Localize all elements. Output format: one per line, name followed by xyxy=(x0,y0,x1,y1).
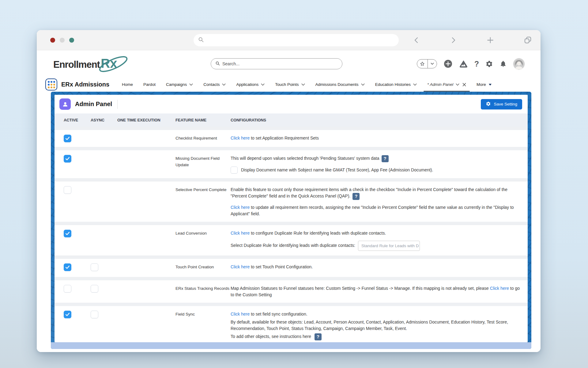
nav-tab-pardot[interactable]: Pardot xyxy=(138,77,161,92)
active-cell xyxy=(64,263,91,271)
config-text: Enable this feature to count only those … xyxy=(231,187,507,198)
global-search-input[interactable] xyxy=(222,61,338,66)
async-checkbox[interactable] xyxy=(91,311,98,318)
async-checkbox[interactable] xyxy=(91,263,98,271)
config-text: This will depend upon values selected th… xyxy=(231,156,379,161)
active-checkbox[interactable] xyxy=(64,263,71,271)
tab-overview-icon[interactable] xyxy=(524,36,532,44)
save-setting-label: Save Setting xyxy=(494,102,517,106)
waffle-dot xyxy=(51,84,52,86)
nav-tab-applications[interactable]: Applications xyxy=(231,77,270,92)
close-window-button[interactable] xyxy=(50,38,55,43)
active-cell xyxy=(64,186,91,195)
column-header-feature-name: FEATURE NAME xyxy=(175,118,231,122)
global-search-box[interactable] xyxy=(211,58,342,69)
favorites-star-icon[interactable] xyxy=(417,59,428,68)
table-row-missing-document-field-update: Missing Document Field UpdateThis will d… xyxy=(55,150,528,178)
tab-label: Home xyxy=(122,82,133,87)
tab-label: Contacts xyxy=(203,82,220,87)
waffle-dot xyxy=(51,86,52,88)
chevron-down-icon[interactable] xyxy=(189,83,193,86)
window-controls xyxy=(50,38,74,43)
back-icon[interactable] xyxy=(413,36,420,44)
chevron-down-icon[interactable] xyxy=(222,83,226,86)
zoom-window-button[interactable] xyxy=(69,38,74,43)
logo-text: Enrollment xyxy=(53,59,100,70)
forward-icon[interactable] xyxy=(450,36,457,44)
tab-label: Admissions Documents xyxy=(315,82,359,87)
table-row-selective-percent-complete: Selective Percent CompleteEnable this fe… xyxy=(55,182,528,222)
nav-tab-admissions-documents[interactable]: Admissions Documents xyxy=(310,77,370,92)
active-checkbox[interactable] xyxy=(64,285,71,293)
save-setting-button[interactable]: Save Setting xyxy=(481,99,522,109)
address-input[interactable] xyxy=(206,38,394,43)
option-checkbox[interactable] xyxy=(231,167,238,174)
chevron-down-icon[interactable] xyxy=(413,83,417,86)
feature-name: ERx Status Tracking Records xyxy=(175,285,231,292)
nav-tab-contacts[interactable]: Contacts xyxy=(198,77,231,92)
chevron-down-icon[interactable] xyxy=(301,83,305,86)
config-link[interactable]: Click here xyxy=(490,286,509,291)
waffle-dots xyxy=(48,81,55,88)
active-checkbox[interactable] xyxy=(64,311,71,318)
nav-tab-campaigns[interactable]: Campaigns xyxy=(161,77,198,92)
nav-tab-more[interactable]: More xyxy=(471,77,497,92)
config-text: To add other objects, see instructions h… xyxy=(231,334,312,339)
help-icon[interactable]: ? xyxy=(474,60,479,68)
active-checkbox[interactable] xyxy=(64,186,71,194)
active-checkbox[interactable] xyxy=(64,155,71,163)
save-gear-icon xyxy=(486,101,491,107)
config-line: Enable this feature to count only those … xyxy=(231,186,520,200)
favorites-control xyxy=(417,59,437,68)
app-launcher-icon[interactable] xyxy=(45,79,57,90)
config-link[interactable]: Click here xyxy=(231,136,250,140)
config-line: By default, available for these objects:… xyxy=(231,319,520,332)
admin-panel: Admin Panel Save Setting ACTIVE ASYNC ON… xyxy=(55,95,528,342)
help-icon[interactable]: ? xyxy=(352,193,360,200)
tab-label: More xyxy=(477,82,486,87)
async-checkbox[interactable] xyxy=(91,285,98,293)
active-checkbox[interactable] xyxy=(64,230,71,237)
async-cell xyxy=(91,285,117,294)
active-checkbox[interactable] xyxy=(64,135,71,142)
chevron-down-icon[interactable] xyxy=(261,83,265,86)
help-icon[interactable]: ? xyxy=(315,333,322,340)
minimize-window-button[interactable] xyxy=(60,38,65,43)
nav-tab-touch-points[interactable]: Touch Points xyxy=(270,77,310,92)
browser-chrome xyxy=(37,30,541,50)
config-link[interactable]: Click here xyxy=(231,312,250,316)
tab-label: Applications xyxy=(236,82,258,87)
user-avatar[interactable] xyxy=(513,58,525,70)
chevron-down-icon[interactable] xyxy=(361,83,365,86)
nav-tab-education-histories[interactable]: Education Histories xyxy=(370,77,422,92)
new-tab-icon[interactable] xyxy=(486,36,494,44)
close-tab-icon[interactable] xyxy=(462,83,466,86)
global-add-icon[interactable] xyxy=(443,59,453,68)
config-text: By default, available for these objects:… xyxy=(231,320,508,331)
waffle-dot xyxy=(53,81,55,83)
feature-name: Field Sync xyxy=(175,311,231,318)
config-link[interactable]: Click here xyxy=(231,231,250,236)
global-header-actions: ? xyxy=(417,58,525,70)
favorites-caret-icon[interactable] xyxy=(428,59,437,68)
config-link[interactable]: Click here xyxy=(231,205,250,210)
config-line: This will depend upon values selected th… xyxy=(231,155,520,162)
waffle-dot xyxy=(48,86,50,88)
chevron-down-icon[interactable] xyxy=(456,83,459,86)
waffle-dot xyxy=(51,81,52,83)
browser-window: Enrollment Rx ? xyxy=(37,30,541,352)
table-row-touch-point-creation: Touch Point CreationClick here to set To… xyxy=(55,259,528,277)
nav-tab-admin-panel[interactable]: * Admin Panel xyxy=(422,77,471,92)
config-line: Click here to update all requirement ite… xyxy=(231,204,520,217)
notifications-bell-icon[interactable] xyxy=(499,60,507,67)
guidance-icon[interactable] xyxy=(459,60,468,68)
address-bar[interactable] xyxy=(194,34,399,46)
nav-tab-home[interactable]: Home xyxy=(117,77,138,92)
duplicate-rule-select[interactable]: Standard Rule for Leads with D xyxy=(358,241,420,251)
title-divider xyxy=(117,100,118,109)
column-header-one-time-execution: ONE TIME EXECUTION xyxy=(117,118,175,122)
config-line: Click here to configure Duplicate Rule f… xyxy=(231,230,520,236)
setup-gear-icon[interactable] xyxy=(485,60,493,68)
help-icon[interactable]: ? xyxy=(382,155,389,162)
config-link[interactable]: Click here xyxy=(231,264,250,269)
